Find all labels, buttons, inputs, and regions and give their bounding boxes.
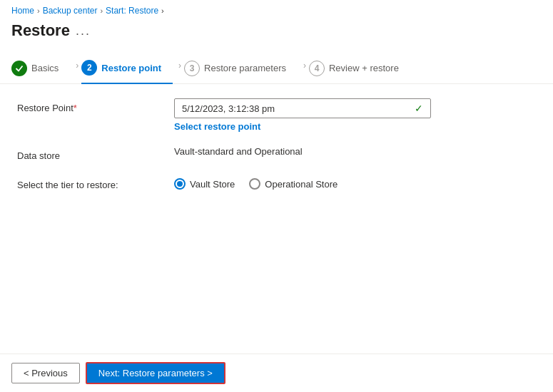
operational-store-radio[interactable] [249, 178, 260, 190]
step-sep-3: › [303, 61, 306, 71]
step-basics[interactable]: Basics [11, 55, 70, 83]
breadcrumb-sep-1: › [37, 6, 40, 15]
restore-point-row: Restore Point* 5/12/2023, 3:12:38 pm ✓ S… [17, 98, 536, 132]
data-store-value: Vault-standard and Operational [174, 142, 303, 157]
restore-point-date-value: 5/12/2023, 3:12:38 pm [182, 103, 275, 114]
step-review-restore[interactable]: 4 Review + restore [309, 55, 410, 83]
step-sep-2: › [178, 61, 181, 71]
vault-store-option[interactable]: Vault Store [174, 178, 235, 190]
breadcrumb-current: Start: Restore [106, 6, 158, 16]
footer-bar: < Previous Next: Restore parameters > [0, 354, 553, 392]
operational-store-option[interactable]: Operational Store [249, 178, 338, 190]
step-restore-point-circle: 2 [81, 60, 97, 76]
restore-point-required: * [73, 103, 77, 113]
content-area: Restore Point* 5/12/2023, 3:12:38 pm ✓ S… [0, 84, 553, 219]
step-restore-parameters-label: Restore parameters [204, 63, 286, 73]
vault-store-label: Vault Store [190, 179, 235, 190]
tier-selection-row: Select the tier to restore: Vault Store … [17, 175, 536, 190]
next-button[interactable]: Next: Restore parameters > [86, 362, 225, 384]
breadcrumb-sep-2: › [100, 6, 103, 15]
restore-point-value-area: 5/12/2023, 3:12:38 pm ✓ Select restore p… [174, 98, 536, 132]
select-restore-point-link[interactable]: Select restore point [174, 121, 536, 132]
breadcrumb-backup-center[interactable]: Backup center [43, 6, 98, 16]
tier-options: Vault Store Operational Store [174, 175, 536, 190]
breadcrumb-home[interactable]: Home [11, 6, 34, 16]
breadcrumb: Home › Backup center › Start: Restore › [0, 0, 553, 19]
page-title-row: Restore ... [0, 19, 553, 48]
restore-point-label-text: Restore Point [17, 103, 73, 113]
tier-selection-label-text: Select the tier to restore: [17, 180, 118, 190]
data-store-label-text: Data store [17, 150, 60, 161]
restore-point-label: Restore Point* [17, 98, 174, 113]
step-restore-parameters-circle: 3 [184, 61, 200, 76]
vault-store-radio[interactable] [174, 178, 186, 190]
step-restore-parameters[interactable]: 3 Restore parameters [184, 55, 298, 83]
step-review-restore-label: Review + restore [329, 63, 399, 73]
step-basics-label: Basics [31, 63, 59, 73]
step-basics-circle [11, 61, 27, 76]
step-sep-1: › [76, 61, 78, 71]
page-options-dots[interactable]: ... [76, 24, 91, 38]
restore-point-check-icon: ✓ [415, 103, 423, 114]
page-title: Restore [11, 21, 70, 40]
data-store-value-area: Vault-standard and Operational [174, 146, 536, 157]
checkmark-icon [15, 64, 24, 73]
tier-selection-label: Select the tier to restore: [17, 175, 174, 190]
breadcrumb-sep-3: › [161, 6, 164, 15]
step-restore-point-label: Restore point [101, 63, 161, 73]
restore-point-input[interactable]: 5/12/2023, 3:12:38 pm ✓ [174, 98, 431, 118]
data-store-row: Data store Vault-standard and Operationa… [17, 146, 536, 161]
data-store-label: Data store [17, 146, 174, 161]
wizard-steps: Basics › 2 Restore point › 3 Restore par… [0, 48, 553, 84]
step-restore-point[interactable]: 2 Restore point [81, 54, 173, 84]
operational-store-label: Operational Store [265, 179, 338, 190]
previous-button[interactable]: < Previous [11, 363, 80, 383]
tier-options-area: Vault Store Operational Store [174, 175, 536, 190]
step-review-restore-circle: 4 [309, 61, 325, 76]
